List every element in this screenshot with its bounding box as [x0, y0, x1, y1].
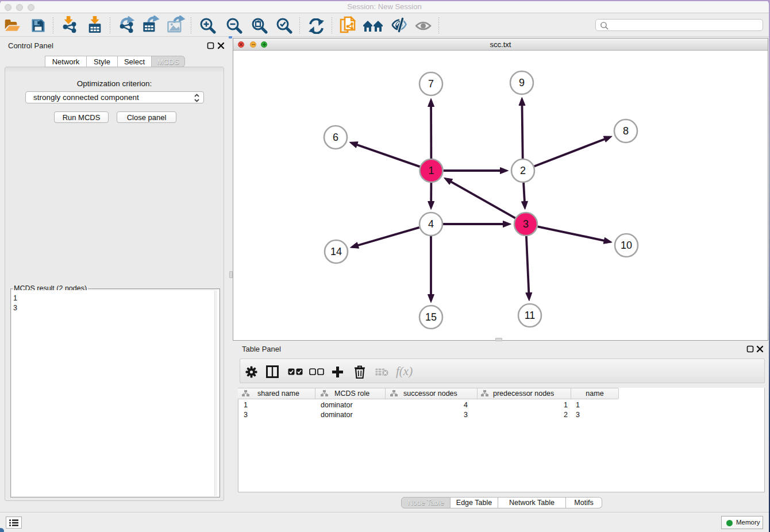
svg-text:6: 6	[333, 132, 338, 143]
svg-text:15: 15	[425, 311, 437, 323]
svg-text:1: 1	[428, 165, 434, 176]
svg-text:2: 2	[520, 165, 526, 176]
svg-text:7: 7	[428, 78, 434, 90]
svg-text:3: 3	[523, 218, 529, 230]
svg-text:8: 8	[623, 125, 629, 137]
svg-text:10: 10	[621, 240, 632, 251]
svg-text:9: 9	[519, 77, 525, 88]
svg-text:4: 4	[428, 218, 434, 230]
svg-text:11: 11	[525, 310, 536, 321]
svg-text:14: 14	[330, 246, 342, 257]
